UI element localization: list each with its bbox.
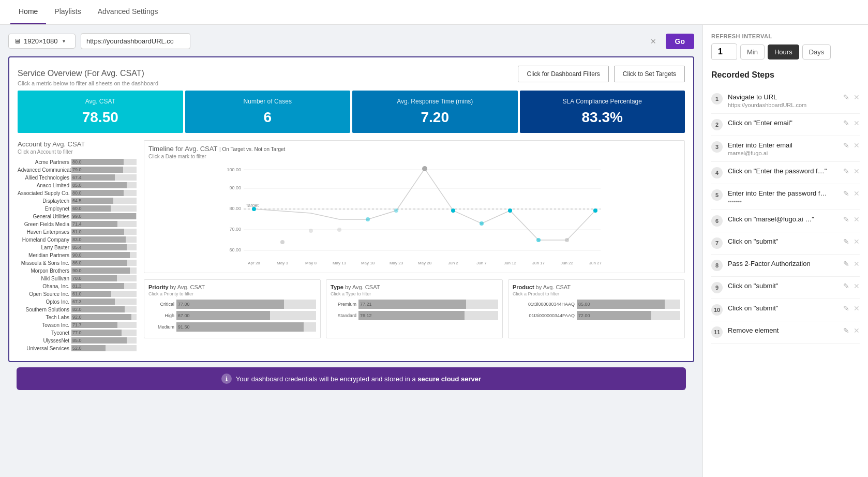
account-row[interactable]: Displaytech 64.5 xyxy=(18,198,137,204)
account-row[interactable]: Anaco Limited 85.0 xyxy=(18,182,137,188)
account-row[interactable]: General Utilities 99.0 xyxy=(18,213,137,219)
step-item: 1 Navigate to URL https://yourdashboardU… xyxy=(711,88,860,114)
nav-tab-playlists[interactable]: Playlists xyxy=(46,0,89,24)
step-edit-icon[interactable]: ✎ xyxy=(843,237,849,246)
go-button[interactable]: Go xyxy=(666,34,694,49)
step-delete-icon[interactable]: ✕ xyxy=(854,215,860,223)
account-row[interactable]: Tyconet 77.0 xyxy=(18,330,137,336)
chart-row[interactable]: High 67.00 xyxy=(148,311,316,320)
step-item: 3 Enter into Enter email marsel@fugo.ai … xyxy=(711,136,860,162)
account-row[interactable]: Associated Supply Co. 80.0 xyxy=(18,190,137,196)
account-row[interactable]: Towson Inc. 71.7 xyxy=(18,322,137,328)
account-row[interactable]: Ohana, Inc. 81.3 xyxy=(18,283,137,289)
step-delete-icon[interactable]: ✕ xyxy=(854,237,860,246)
step-delete-icon[interactable]: ✕ xyxy=(854,189,860,198)
sub-chart-2: Product by Avg. CSAT Click a Product to … xyxy=(508,279,685,338)
step-edit-icon[interactable]: ✎ xyxy=(843,260,849,268)
chevron-down-icon: ▾ xyxy=(63,38,65,44)
step-item: 4 Click on "Enter the password f…" ✎ ✕ xyxy=(711,162,860,184)
chart-row[interactable]: Standard 76.12 xyxy=(331,311,498,320)
account-row[interactable]: Morpon Brothers 90.0 xyxy=(18,267,137,274)
account-row[interactable]: Tech Labs 92.0 xyxy=(18,314,137,320)
sub-chart-1: Type by Avg. CSAT Click a Type to filter… xyxy=(326,279,503,338)
refresh-days-button[interactable]: Days xyxy=(802,44,831,59)
kpi-value-3: 83.3% xyxy=(527,109,678,126)
account-row[interactable]: Optos Inc. 67.3 xyxy=(18,299,137,305)
chart-row[interactable]: Critical 77.00 xyxy=(148,300,316,309)
set-targets-button[interactable]: Click to Set Targets xyxy=(614,66,685,82)
account-row[interactable]: Universal Services 52.0 xyxy=(18,345,137,351)
kpi-tile-response-time[interactable]: Avg. Response Time (mins) 7.20 xyxy=(352,91,518,133)
refresh-number-input[interactable] xyxy=(711,43,737,60)
account-row[interactable]: UlyssesNet 85.0 xyxy=(18,337,137,344)
account-row[interactable]: Homeland Company 83.0 xyxy=(18,236,137,243)
account-row[interactable]: Advanced Communications 79.0 xyxy=(18,167,137,173)
step-edit-icon[interactable]: ✎ xyxy=(843,119,849,127)
chart-row[interactable]: 01t3i000000344FAAQ 72.00 xyxy=(513,311,680,320)
step-edit-icon[interactable]: ✎ xyxy=(843,141,849,150)
account-row[interactable]: Missoula & Sons Inc. 86.0 xyxy=(18,260,137,266)
svg-point-21 xyxy=(309,229,313,233)
kpi-tile-avg-csat[interactable]: Avg. CSAT 78.50 xyxy=(18,91,183,133)
timeline-chart: 100.00 90.00 80.00 70.00 60.00 xyxy=(148,163,680,267)
main-layout: 🖥 1920×1080 ▾ ✕ Go Service Overview (For… xyxy=(0,25,868,477)
step-edit-icon[interactable]: ✎ xyxy=(843,282,849,290)
step-edit-icon[interactable]: ✎ xyxy=(843,189,849,198)
account-row[interactable]: Employnet 60.0 xyxy=(18,205,137,212)
step-edit-icon[interactable]: ✎ xyxy=(843,215,849,223)
step-delete-icon[interactable]: ✕ xyxy=(854,304,860,312)
account-row[interactable]: Larry Baxter 85.4 xyxy=(18,244,137,250)
dashboard-subtitle: Click a metric below to filter all sheet… xyxy=(18,80,158,86)
step-delete-icon[interactable]: ✕ xyxy=(854,93,860,101)
kpi-tile-sla[interactable]: SLA Compliance Percentage 83.3% xyxy=(520,91,685,133)
svg-point-15 xyxy=(451,208,455,213)
dashboard-title-area: Service Overview (For Avg. CSAT) Click a… xyxy=(18,66,158,86)
url-clear-icon[interactable]: ✕ xyxy=(650,37,656,46)
step-item: 11 Remove element ✎ ✕ xyxy=(711,321,860,344)
svg-text:Jun 22: Jun 22 xyxy=(561,261,574,265)
svg-point-16 xyxy=(480,221,484,226)
account-row[interactable]: Acme Partners 80.0 xyxy=(18,159,137,165)
svg-text:May 8: May 8 xyxy=(305,261,317,265)
dashboard-header: Service Overview (For Avg. CSAT) Click a… xyxy=(18,66,685,86)
sub-chart-0: Priority by Avg. CSAT Click a Priority t… xyxy=(144,279,321,338)
step-delete-icon[interactable]: ✕ xyxy=(854,260,860,268)
refresh-min-button[interactable]: Min xyxy=(740,44,765,59)
resolution-select[interactable]: 🖥 1920×1080 ▾ xyxy=(8,34,76,49)
account-row[interactable]: Southern Solutions 82.0 xyxy=(18,306,137,312)
step-item: 7 Click on "submit" ✎ ✕ xyxy=(711,232,860,255)
step-edit-icon[interactable]: ✎ xyxy=(843,304,849,312)
step-delete-icon[interactable]: ✕ xyxy=(854,141,860,150)
timeline-subtitle: Click a Date mark to filter xyxy=(148,154,680,159)
svg-point-22 xyxy=(337,228,341,232)
step-delete-icon[interactable]: ✕ xyxy=(854,167,860,175)
account-row[interactable]: Allied Technologies 67.4 xyxy=(18,174,137,181)
nav-tab-home[interactable]: Home xyxy=(10,0,46,24)
account-row[interactable]: Meridian Partners 90.0 xyxy=(18,252,137,258)
step-delete-icon[interactable]: ✕ xyxy=(854,119,860,127)
url-input[interactable] xyxy=(81,33,190,49)
svg-text:60.00: 60.00 xyxy=(229,247,241,252)
account-row[interactable]: Green Fields Media 71.4 xyxy=(18,221,137,227)
svg-point-12 xyxy=(252,207,256,211)
step-edit-icon[interactable]: ✎ xyxy=(843,93,849,101)
account-row[interactable]: Open Source Inc. 61.0 xyxy=(18,291,137,297)
nav-tab-advanced-settings[interactable]: Advanced Settings xyxy=(89,0,167,24)
monitor-icon: 🖥 xyxy=(14,37,21,45)
refresh-hours-button[interactable]: Hours xyxy=(768,44,799,59)
svg-text:Jun 27: Jun 27 xyxy=(589,261,602,265)
step-delete-icon[interactable]: ✕ xyxy=(854,326,860,335)
chart-row[interactable]: 01t3i000000344HAAQ 85.00 xyxy=(513,300,680,309)
dashboard-filters-button[interactable]: Click for Dashboard Filters xyxy=(518,66,608,82)
kpi-tile-num-cases[interactable]: Number of Cases 6 xyxy=(185,91,351,133)
chart-row[interactable]: Medium 91.50 xyxy=(148,322,316,332)
svg-point-14 xyxy=(422,166,427,171)
step-edit-icon[interactable]: ✎ xyxy=(843,326,849,335)
step-item: 8 Pass 2-Factor Authorization ✎ ✕ xyxy=(711,255,860,277)
step-delete-icon[interactable]: ✕ xyxy=(854,282,860,290)
chart-row[interactable]: Premium 77.21 xyxy=(331,300,498,309)
step-item: 5 Enter into Enter the password f… •••••… xyxy=(711,184,860,210)
account-row[interactable]: Niki Sullivan 70.0 xyxy=(18,275,137,281)
step-edit-icon[interactable]: ✎ xyxy=(843,167,849,175)
account-row[interactable]: Haven Enterprises 81.0 xyxy=(18,229,137,235)
